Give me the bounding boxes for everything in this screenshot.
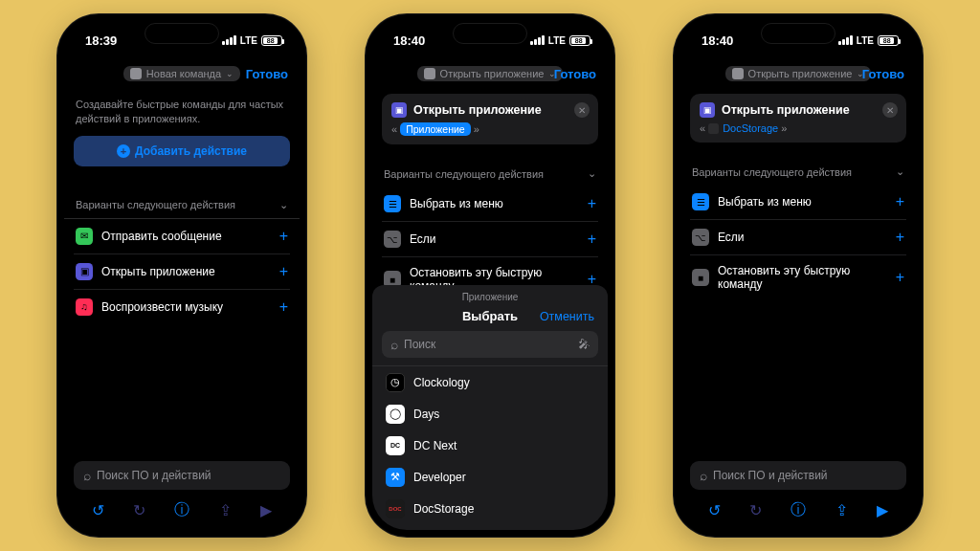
cancel-button[interactable]: Отменить	[540, 310, 594, 323]
parameter-pill[interactable]: Приложение	[400, 122, 471, 136]
redo-button[interactable]: ↻	[749, 501, 762, 519]
nav-header: Новая команда Готово	[64, 59, 300, 88]
app-item-icon: DOC	[386, 499, 405, 518]
nav-header: Открыть приложение Готово	[680, 59, 916, 88]
selected-app-link[interactable]: DocStorage	[708, 122, 778, 134]
nav-header: Открыть приложение Готово	[372, 59, 608, 88]
info-button[interactable]: ⓘ	[174, 500, 189, 520]
app-item-icon: ⚒︎	[386, 468, 405, 487]
phone-frame-1: 18:39 LTE 88 Новая команда Готово Создав…	[56, 13, 307, 538]
suggestions-header[interactable]: Варианты следующего действия	[692, 165, 904, 178]
suggestion-row[interactable]: ✉︎ Отправить сообщение +	[74, 219, 290, 253]
undo-button[interactable]: ↺	[92, 501, 104, 519]
dynamic-island	[761, 23, 835, 44]
suggestion-row[interactable]: ☰ Выбрать из меню +	[382, 187, 598, 221]
network-label: LTE	[548, 35, 566, 46]
close-icon[interactable]: ✕	[882, 102, 898, 118]
open-app-action-card[interactable]: ▣ Открыть приложение ✕ « DocStorage »	[690, 94, 906, 143]
branch-icon: ⌥	[692, 229, 709, 246]
app-picker-sheet: Приложение Выбрать Отменить Поиск 🎤︎ ◷Cl…	[372, 285, 608, 530]
app-row[interactable]: ⚒︎Developer	[372, 461, 608, 493]
undo-button[interactable]: ↺	[708, 501, 721, 519]
plus-icon[interactable]: +	[588, 195, 596, 212]
shortcut-icon	[424, 68, 435, 79]
battery-icon: 88	[878, 35, 899, 46]
redo-button[interactable]: ↻	[133, 501, 145, 519]
intro-text: Создавайте быстрые команды для частых де…	[76, 98, 288, 126]
shortcut-icon	[130, 68, 142, 79]
app-parameter[interactable]: « Приложение »	[391, 122, 589, 136]
plus-circle-icon: +	[117, 144, 130, 158]
info-button[interactable]: ⓘ	[791, 500, 806, 520]
app-item-icon: ◯	[386, 405, 405, 424]
plus-icon[interactable]: +	[896, 269, 904, 286]
chevron-down-icon	[226, 69, 234, 78]
add-action-button[interactable]: + Добавить действие	[74, 136, 290, 166]
search-input[interactable]: Поиск ПО и действий	[690, 461, 906, 490]
message-icon: ✉︎	[76, 228, 93, 245]
clock: 18:40	[702, 33, 733, 48]
chevron-down-icon	[279, 199, 288, 211]
done-button[interactable]: Готово	[554, 67, 596, 81]
shortcut-title-menu[interactable]: Новая команда	[123, 66, 240, 81]
sheet-search-input[interactable]: Поиск 🎤︎	[382, 331, 598, 358]
suggestion-row[interactable]: ⌥ Если +	[382, 221, 598, 256]
plus-icon[interactable]: +	[896, 193, 904, 210]
music-icon: ♫	[76, 298, 93, 316]
search-icon	[390, 337, 398, 352]
suggestion-list: ☰ Выбрать из меню + ⌥ Если + ■ Остановит…	[690, 185, 906, 299]
suggestion-row[interactable]: ▣ Открыть приложение +	[74, 253, 290, 289]
selected-app-icon	[708, 123, 719, 134]
suggestion-row[interactable]: ☰ Выбрать из меню +	[690, 185, 906, 219]
toolbar: ↺ ↻ ⓘ ⇪ ▶	[680, 496, 916, 530]
app-parameter[interactable]: « DocStorage »	[700, 122, 897, 134]
shortcut-title-menu[interactable]: Открыть приложение	[417, 66, 564, 81]
app-icon: ▣	[391, 102, 407, 118]
run-button[interactable]: ▶	[260, 501, 272, 519]
app-row[interactable]: ⧉DoubleTake	[372, 524, 608, 530]
suggestions-header[interactable]: Варианты следующего действия	[384, 167, 596, 180]
suggestion-row[interactable]: ■ Остановить эту быструю команду +	[690, 254, 906, 299]
phone-frame-2: 18:40 LTE 88 Открыть приложение Готово ▣…	[365, 13, 615, 538]
app-row[interactable]: ◯Days	[372, 398, 608, 430]
suggestion-row[interactable]: ⌥ Если +	[690, 219, 906, 254]
chevron-down-icon	[896, 165, 904, 178]
network-label: LTE	[857, 35, 874, 46]
plus-icon[interactable]: +	[279, 298, 288, 316]
phone-frame-3: 18:40 LTE 88 Открыть приложение Готово ▣…	[673, 13, 924, 538]
suggestions-header[interactable]: Варианты следующего действия	[76, 199, 288, 211]
done-button[interactable]: Готово	[862, 67, 904, 81]
plus-icon[interactable]: +	[896, 229, 904, 246]
app-list: ◷Clockology ◯Days DCDC Next ⚒︎Developer …	[372, 366, 608, 530]
app-icon: ▣	[76, 263, 93, 280]
run-button[interactable]: ▶	[877, 501, 888, 519]
menu-icon: ☰	[692, 193, 709, 210]
search-icon	[700, 468, 707, 483]
sheet-title: Приложение	[372, 285, 608, 305]
dynamic-island	[145, 23, 219, 44]
share-button[interactable]: ⇪	[219, 501, 232, 519]
mic-icon[interactable]: 🎤︎	[578, 338, 590, 351]
open-app-action-card[interactable]: ▣ Открыть приложение ✕ « Приложение »	[382, 94, 598, 144]
stop-icon: ■	[692, 269, 709, 286]
plus-icon[interactable]: +	[279, 228, 288, 245]
search-input[interactable]: Поиск ПО и действий	[74, 461, 290, 490]
clock: 18:39	[85, 33, 117, 48]
signal-icon	[222, 35, 236, 45]
share-button[interactable]: ⇪	[835, 501, 848, 519]
plus-icon[interactable]: +	[279, 263, 288, 280]
suggestion-row[interactable]: ♫ Воспроизвести музыку +	[74, 289, 290, 324]
close-icon[interactable]: ✕	[574, 102, 590, 118]
app-row[interactable]: ◷Clockology	[372, 366, 608, 398]
plus-icon[interactable]: +	[588, 231, 596, 248]
done-button[interactable]: Готово	[246, 67, 288, 81]
menu-icon: ☰	[384, 195, 401, 212]
app-row[interactable]: DOCDocStorage	[372, 493, 608, 524]
suggestion-list: ✉︎ Отправить сообщение + ▣ Открыть прило…	[74, 219, 290, 324]
battery-icon: 88	[569, 35, 590, 46]
chevron-down-icon	[588, 167, 596, 180]
app-row[interactable]: DCDC Next	[372, 430, 608, 461]
shortcut-title-menu[interactable]: Открыть приложение	[725, 66, 872, 81]
suggestion-list: ☰ Выбрать из меню + ⌥ Если + ■ Остановит…	[382, 187, 598, 301]
choose-button[interactable]: Выбрать	[462, 309, 518, 323]
